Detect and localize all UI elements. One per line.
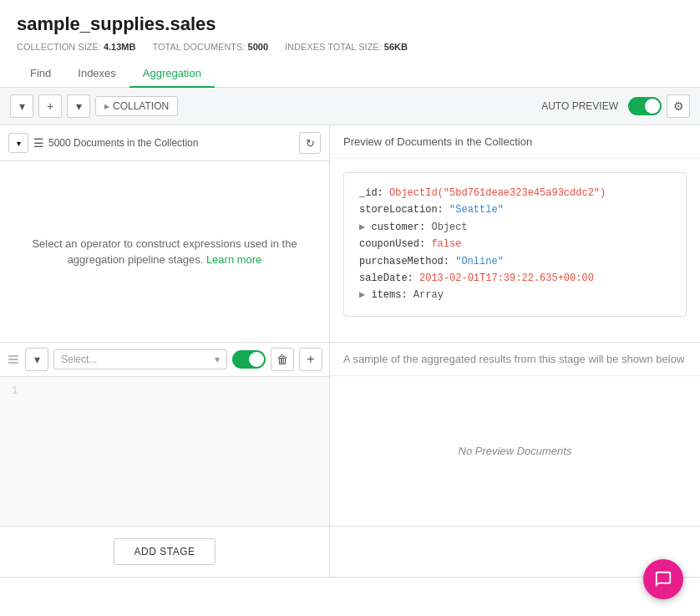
stage1-left-header: ▾ ☰ 5000 Documents in the Collection ↻ [0,125,329,161]
tab-find[interactable]: Find [17,60,64,88]
stage2-section: ▾ Select... ▾ 🗑 + 1 A sample of the aggr… [0,343,700,527]
stage1-left-panel: ▾ ☰ 5000 Documents in the Collection ↻ S… [0,125,330,342]
stage1-preview-header: Preview of Documents in the Collection [330,125,700,159]
stage2-left-panel: ▾ Select... ▾ 🗑 + 1 [0,343,330,526]
tab-aggregation[interactable]: Aggregation [129,60,215,88]
stage2-add-button[interactable]: + [299,348,322,371]
stage2-right-header: A sample of the aggregated results from … [330,343,700,376]
add-stage-section: ADD STAGE [0,527,700,578]
preview-document: _id: ObjectId("5bd761deae323e45a93cddc2"… [343,172,687,317]
chat-icon [654,570,672,588]
doc-field-items: ▶ items: Array [359,287,671,303]
select-operator-text: Select an operator to construct expressi… [17,236,312,268]
stage2-delete-button[interactable]: 🗑 [271,348,294,371]
stage1-section: ▾ ☰ 5000 Documents in the Collection ↻ S… [0,125,700,343]
collection-title: sample_supplies.sales [17,13,683,35]
select-placeholder: Select... [61,354,97,365]
page-header: sample_supplies.sales COLLECTION SIZE: 4… [0,0,700,52]
settings-button[interactable]: ⚙ [667,94,690,118]
doc-field-customer: ▶ customer: Object [359,219,671,236]
total-docs-label: TOTAL DOCUMENTS: 5000 [152,42,268,52]
doc-field-purchasemethod: purchaseMethod: "Online" [359,253,671,270]
add-stage-right [330,527,700,577]
indexes-size-value: 56KB [384,42,408,52]
refresh-button[interactable]: ↻ [299,132,321,154]
doc-field-id: _id: ObjectId("5bd761deae323e45a93cddc2"… [359,185,671,201]
tab-bar: Find Indexes Aggregation [0,60,700,88]
stage2-toggle[interactable] [232,350,266,369]
chat-bubble-button[interactable] [643,559,683,599]
stage1-right-panel: Preview of Documents in the Collection _… [330,125,700,342]
line-number: 1 [12,385,18,397]
doc-count-text: 5000 Documents in the Collection [48,137,198,149]
stage2-right-panel: A sample of the aggregated results from … [330,343,700,526]
add-stage-button[interactable]: ADD STAGE [114,538,216,565]
drag-handle[interactable] [7,352,20,367]
collection-size-value: 4.13MB [104,42,136,52]
add-stage-left: ADD STAGE [0,527,330,577]
collection-meta: COLLECTION SIZE: 4.13MB TOTAL DOCUMENTS:… [17,42,683,52]
stage2-header: ▾ Select... ▾ 🗑 + [0,343,329,377]
stage2-chevron-button[interactable]: ▾ [25,348,48,371]
tab-indexes[interactable]: Indexes [64,60,129,88]
add-button[interactable]: + [38,94,62,118]
doc-field-storelocation: storeLocation: "Seattle" [359,201,671,218]
document-icon: ☰ [33,136,44,150]
doc-count: ☰ 5000 Documents in the Collection [33,136,294,150]
collation-label: COLLATION [113,100,169,112]
learn-more-link[interactable]: Learn more [206,253,261,266]
stage-operator-select[interactable]: Select... ▾ [53,349,227,369]
collection-size-label: COLLECTION SIZE: 4.13MB [17,42,135,52]
auto-preview-label: AUTO PREVIEW [541,100,618,112]
doc-field-saledate: saleDate: 2013-02-01T17:39:22.635+00:00 [359,270,671,287]
stage1-collapse-button[interactable]: ▾ [8,133,28,153]
stage1-left-body: Select an operator to construct expressi… [0,161,329,342]
aggregation-toolbar: ▾ + ▾ COLLATION AUTO PREVIEW ⚙ [0,88,700,125]
doc-field-couponused: couponUsed: false [359,236,671,252]
indexes-size-label: INDEXES TOTAL SIZE: 56KB [285,42,408,52]
options-button[interactable]: ▾ [67,94,90,118]
total-docs-value: 5000 [248,42,268,52]
select-chevron-icon: ▾ [215,354,220,365]
auto-preview-toggle[interactable] [628,97,662,115]
stage2-editor[interactable]: 1 [0,377,329,526]
collation-button[interactable]: COLLATION [95,96,178,116]
chevron-down-button[interactable]: ▾ [10,94,33,118]
no-preview-text: No Preview Documents [330,376,700,526]
